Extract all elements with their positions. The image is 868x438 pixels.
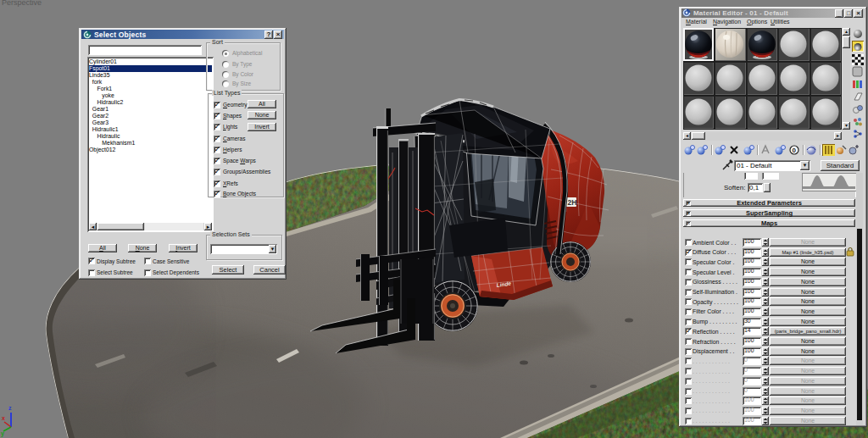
- svg-text:0: 0: [793, 147, 797, 154]
- svg-text:2H: 2H: [568, 198, 577, 207]
- svg-text:z: z: [8, 405, 12, 411]
- svg-text:y: y: [1, 430, 4, 437]
- svg-text:x: x: [2, 415, 5, 421]
